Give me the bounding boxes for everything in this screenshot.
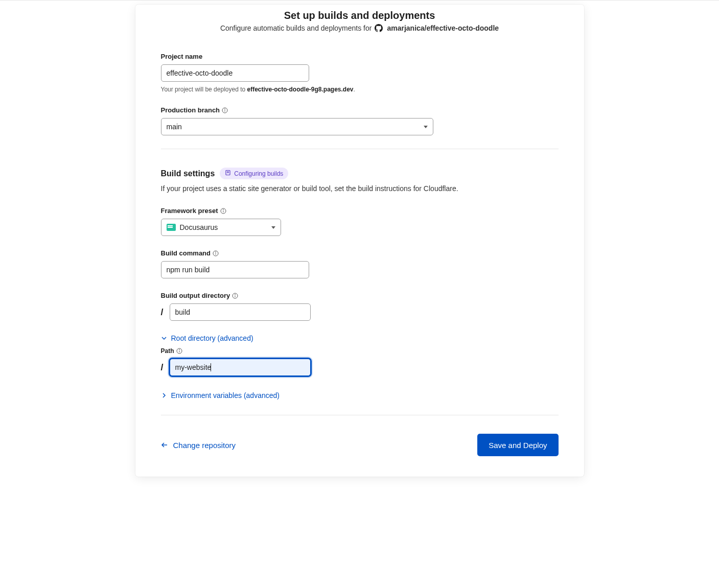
page-subtitle: Configure automatic builds and deploymen… [161,23,559,32]
project-name-helper: Your project will be deployed to effecti… [161,86,559,93]
root-directory-section: Root directory (advanced) Path / my-webs… [161,334,559,376]
info-icon [232,293,238,299]
docusaurus-icon [167,224,176,231]
chevron-down-icon [161,335,167,341]
path-prefix: / [161,307,164,318]
svg-point-8 [223,209,223,210]
svg-point-17 [179,349,179,350]
svg-point-11 [216,252,216,252]
svg-point-2 [225,109,225,109]
divider [161,149,559,149]
save-and-deploy-button[interactable]: Save and Deploy [477,434,558,456]
project-name-field: Project name Your project will be deploy… [161,53,559,93]
production-branch-field: Production branch main [161,106,559,135]
build-output-dir-input[interactable] [170,303,311,321]
info-icon [176,348,182,354]
footer: Change repository Save and Deploy [161,434,559,456]
project-name-input[interactable] [161,64,309,82]
caret-down-icon [271,226,275,229]
chevron-right-icon [161,392,167,398]
root-directory-toggle[interactable]: Root directory (advanced) [161,334,253,342]
divider [161,415,559,415]
build-settings-heading: Build settings [161,169,215,178]
framework-preset-label: Framework preset [161,207,559,215]
env-vars-section: Environment variables (advanced) [161,391,559,399]
caret-down-icon [424,126,428,128]
github-icon [375,23,383,32]
arrow-left-icon [161,441,168,449]
configuring-builds-badge[interactable]: Configuring builds [220,168,288,179]
production-branch-label: Production branch [161,106,559,114]
path-prefix: / [161,362,164,373]
build-settings-heading-row: Build settings Configuring builds [161,168,559,179]
build-command-label: Build command [161,249,559,257]
build-output-dir-field: Build output directory / [161,292,559,321]
framework-preset-field: Framework preset Docusaurus [161,207,559,236]
info-icon [222,107,228,113]
page-header: Set up builds and deployments Configure … [161,5,559,53]
repo-name: amarjanica/effective-octo-doodle [387,24,499,32]
project-name-label: Project name [161,53,559,60]
page-title: Set up builds and deployments [161,10,559,21]
change-repository-link[interactable]: Change repository [161,441,236,450]
svg-point-14 [235,294,236,295]
build-output-dir-label: Build output directory [161,292,559,299]
production-branch-select[interactable]: main [161,118,433,135]
env-vars-toggle[interactable]: Environment variables (advanced) [161,391,280,399]
info-icon [220,208,226,214]
framework-preset-select[interactable]: Docusaurus [161,219,281,236]
build-command-input[interactable] [161,261,309,278]
build-command-field: Build command [161,249,559,278]
build-settings-description: If your project uses a static site gener… [161,184,559,193]
text-cursor [211,363,211,371]
path-label: Path [161,347,559,355]
info-icon [213,250,219,256]
root-directory-path-input[interactable]: my-website [170,359,311,376]
doc-icon [225,170,231,177]
